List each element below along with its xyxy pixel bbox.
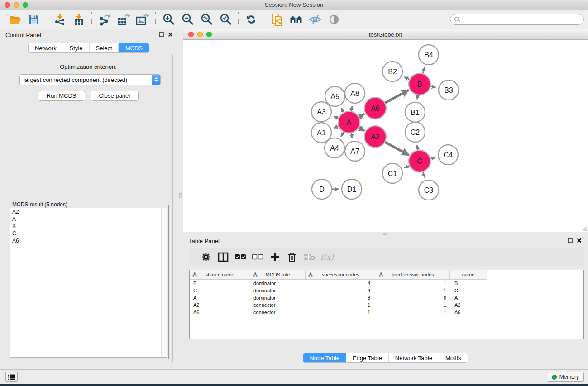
add-plus-icon[interactable] — [266, 249, 283, 265]
graph-edge-A-A3[interactable] — [334, 116, 338, 118]
network-window-titlebar[interactable]: testGlobe.txt — [183, 29, 588, 40]
double-home-icon[interactable] — [287, 11, 306, 28]
export-image-icon[interactable] — [133, 11, 152, 28]
table-cell[interactable]: 4 — [306, 280, 376, 287]
mcds-result-list[interactable]: A2ABCA6 — [10, 208, 167, 358]
graph-node-A[interactable]: A — [338, 111, 360, 133]
table-row[interactable]: Cdominator41C — [190, 287, 583, 294]
result-scrollbar[interactable] — [161, 208, 167, 357]
zoom-fit-magnifier-icon[interactable] — [197, 11, 216, 28]
column-header-successor-nodes[interactable]: successor nodes — [306, 270, 376, 280]
table-cell[interactable]: 8 — [306, 294, 376, 301]
graph-node-C4[interactable]: C4 — [438, 145, 458, 165]
table-cell[interactable]: dominator — [250, 280, 306, 287]
graph-node-A3[interactable]: A3 — [311, 102, 331, 122]
delete-table-icon[interactable] — [301, 249, 318, 265]
graph-node-D[interactable]: D — [312, 179, 332, 199]
open-folder-icon[interactable] — [5, 11, 24, 28]
table-cell[interactable]: 1 — [306, 301, 376, 309]
table-cell[interactable]: A6 — [450, 309, 487, 316]
result-item[interactable]: C — [10, 230, 167, 237]
float-panel-icon[interactable] — [159, 32, 164, 37]
graph-edge-A-A4[interactable] — [341, 132, 344, 137]
tab-node-table[interactable]: Node Table — [303, 353, 346, 363]
table-row[interactable]: A6connector11A6 — [190, 309, 583, 316]
column-header-predecessor-nodes[interactable]: predecessor nodes — [376, 270, 450, 280]
table-cell[interactable]: 1 — [376, 309, 450, 316]
graph-node-A2[interactable]: A2 — [364, 126, 386, 148]
graph-node-A7[interactable]: A7 — [345, 141, 365, 161]
graph-node-D1[interactable]: D1 — [342, 179, 362, 199]
table-cell[interactable]: C — [450, 287, 487, 294]
table-cell[interactable]: A2 — [450, 301, 487, 309]
export-table-icon[interactable] — [114, 11, 133, 28]
result-item[interactable]: A — [10, 215, 167, 223]
table-cell[interactable]: dominator — [250, 287, 306, 294]
close-panel-icon[interactable] — [168, 32, 173, 37]
table-row[interactable]: A2connector11A2 — [190, 301, 583, 309]
horizontal-splitter-handle[interactable] — [383, 233, 387, 235]
column-header-MCDS-role[interactable]: MCDS role — [250, 270, 306, 280]
graph-node-A5[interactable]: A5 — [325, 86, 345, 106]
tab-network[interactable]: Network — [29, 43, 63, 52]
tab-edge-table[interactable]: Edge Table — [346, 353, 388, 362]
table-cell[interactable]: 1 — [376, 301, 450, 309]
graph-edge-C-C3[interactable] — [423, 172, 425, 177]
task-history-button[interactable] — [5, 372, 18, 382]
table-cell[interactable]: connector — [250, 301, 306, 309]
graph-node-C2[interactable]: C2 — [405, 122, 425, 142]
zoom-in-magnifier-icon[interactable] — [159, 11, 178, 28]
table-cell[interactable]: A2 — [190, 301, 250, 309]
tab-network-table[interactable]: Network Table — [388, 353, 439, 362]
trash-icon[interactable] — [283, 249, 301, 265]
float-table-panel-icon[interactable] — [568, 238, 573, 243]
optimization-select[interactable]: largest connected component (directed) — [19, 74, 161, 85]
table-cell[interactable]: 1 — [376, 280, 450, 287]
column-header-shared-name[interactable]: shared name — [190, 270, 250, 280]
duplicate-network-document-icon[interactable] — [268, 11, 287, 28]
table-row[interactable]: Adominator80A — [190, 294, 583, 301]
graph-node-A4[interactable]: A4 — [325, 138, 344, 158]
run-mcds-button[interactable]: Run MCDS — [38, 91, 85, 101]
network-canvas[interactable]: AA1A2A3A4A5A6A7A8BB1B2B3B4CC1C2C3C4DD1 — [183, 40, 588, 232]
graph-node-B4[interactable]: B4 — [419, 45, 439, 65]
table-cell[interactable]: A — [450, 294, 487, 301]
graph-node-B2[interactable]: B2 — [382, 62, 402, 81]
table-cell[interactable]: 1 — [376, 287, 450, 294]
graph-node-B1[interactable]: B1 — [405, 102, 425, 122]
table-cell[interactable]: B — [450, 280, 487, 287]
graph-edge-A-A8[interactable] — [351, 106, 352, 111]
table-cell[interactable]: 1 — [306, 309, 376, 316]
result-item[interactable]: A2 — [10, 208, 167, 215]
graph-edge-C-C4[interactable] — [430, 157, 435, 158]
graph-edge-C-C1[interactable] — [404, 166, 409, 168]
graph-edge-A-A5[interactable] — [341, 108, 344, 112]
graph-node-C1[interactable]: C1 — [382, 163, 402, 183]
column-header-name[interactable]: name — [450, 270, 487, 280]
graph-node-C3[interactable]: C3 — [419, 180, 439, 200]
graph-edge-A6-B[interactable] — [385, 90, 409, 103]
graph-edge-B-B2[interactable] — [404, 77, 409, 79]
function-fx-icon[interactable]: f(x) — [320, 253, 334, 262]
split-columns-icon[interactable] — [215, 249, 232, 265]
graph-edge-B-B3[interactable] — [430, 86, 435, 87]
resize-grip[interactable] — [581, 225, 587, 231]
graph-node-A8[interactable]: A8 — [345, 83, 365, 103]
result-item[interactable]: B — [10, 223, 167, 230]
table-cell[interactable]: B — [190, 280, 250, 287]
select-all-checkboxes-icon[interactable] — [232, 249, 249, 265]
zoom-selected-magnifier-icon[interactable] — [216, 11, 235, 28]
zoom-out-magnifier-icon[interactable] — [178, 11, 197, 28]
tab-motifs[interactable]: Motifs — [439, 353, 468, 362]
tab-mcds[interactable]: MCDS — [118, 43, 149, 53]
close-panel-button[interactable]: Close panel — [91, 91, 139, 101]
eye-icon[interactable] — [325, 11, 344, 28]
graph-edge-A-A7[interactable] — [351, 133, 352, 138]
graph-edge-B-B4[interactable] — [423, 67, 425, 73]
graph-node-A6[interactable]: A6 — [364, 97, 386, 119]
gear-icon[interactable] — [197, 249, 215, 265]
graph-edge-B-B1[interactable] — [417, 95, 418, 100]
graph-edge-A2-C[interactable] — [385, 142, 409, 155]
memory-button[interactable]: Memory — [547, 372, 584, 382]
result-item[interactable]: A6 — [10, 237, 167, 244]
